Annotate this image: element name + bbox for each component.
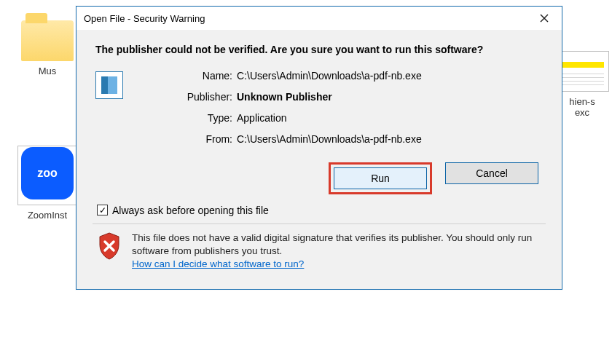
security-warning-dialog: Open File - Security Warning The publish… (76, 6, 562, 290)
desktop-folder-music[interactable]: Mus (15, 20, 80, 76)
footer-help-link[interactable]: How can I decide what software to run? (132, 258, 304, 269)
desktop-item-label: ZoomInst (15, 210, 80, 221)
shield-icon (97, 232, 122, 261)
label-name: Name: (145, 70, 232, 82)
value-type: Application (237, 112, 543, 124)
footer-text: This file does not have a valid digital … (132, 232, 532, 256)
cancel-button[interactable]: Cancel (445, 162, 538, 184)
checkbox-label: Always ask before opening this file (112, 205, 269, 216)
application-icon (95, 71, 123, 99)
button-row: Run Cancel (100, 162, 538, 194)
titlebar[interactable]: Open File - Security Warning (76, 7, 562, 30)
dialog-footer: This file does not have a valid digital … (95, 232, 543, 279)
desktop-item-label: exc (557, 107, 608, 118)
label-from: From: (145, 133, 232, 145)
value-from: C:\Users\Admin\Downloads\a-pdf-nb.exe (237, 133, 543, 145)
desktop-app-zoom[interactable]: zoo ZoomInst (15, 146, 80, 221)
file-details: Name: C:\Users\Admin\Downloads\a-pdf-nb.… (145, 70, 543, 145)
dialog-title: Open File - Security Warning (84, 13, 528, 24)
desktop-file-excel[interactable]: hien-s exc (557, 51, 608, 118)
value-name: C:\Users\Admin\Downloads\a-pdf-nb.exe (237, 70, 543, 82)
checkbox-icon: ✓ (97, 205, 108, 215)
excel-thumbnail-icon (557, 51, 609, 92)
close-button[interactable] (528, 7, 560, 29)
label-publisher: Publisher: (145, 91, 232, 103)
zoom-icon: zoo (21, 147, 74, 199)
value-publisher: Unknown Publisher (237, 91, 543, 103)
run-button[interactable]: Run (334, 167, 427, 189)
always-ask-checkbox[interactable]: ✓ Always ask before opening this file (97, 205, 543, 216)
label-type: Type: (145, 112, 232, 124)
desktop-item-label: hien-s (557, 96, 608, 107)
folder-icon (21, 20, 74, 61)
dialog-headline: The publisher could not be verified. Are… (95, 43, 543, 57)
highlight-annotation: Run (329, 162, 432, 194)
close-icon (540, 14, 549, 23)
divider (93, 223, 546, 224)
dialog-content: The publisher could not be verified. Are… (76, 30, 562, 289)
desktop-item-label: Mus (15, 66, 80, 76)
